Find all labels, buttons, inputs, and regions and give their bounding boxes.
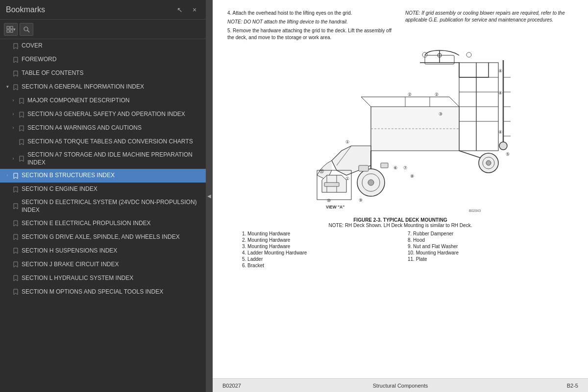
bookmark-item-section-b[interactable]: ›SECTION B STRUCTURES INDEX: [0, 169, 206, 183]
expand-icon-section-d: [4, 203, 11, 210]
svg-text:⑨: ⑨: [359, 198, 363, 203]
expand-icon-section-a: ▾: [4, 84, 11, 91]
bookmark-label-section-a3: SECTION A3 GENERAL SAFETY AND OPERATION …: [27, 111, 202, 118]
svg-rect-29: [381, 163, 388, 168]
svg-text:B02043: B02043: [469, 209, 481, 212]
bookmark-label-section-d: SECTION D ELECTRICAL SYSTEM (24VDC NON-P…: [22, 199, 202, 214]
doc-right-col: NOTE: If grid assembly or cooling blower…: [405, 10, 573, 43]
expand-all-button[interactable]: ▾: [4, 23, 18, 36]
bookmark-icon-section-a5: [18, 139, 25, 145]
bookmark-label-section-a7: SECTION A7 STORAGE AND IDLE MACHINE PREP…: [27, 151, 202, 166]
bookmark-item-section-a7[interactable]: ›SECTION A7 STORAGE AND IDLE MACHINE PRE…: [0, 149, 206, 169]
expand-icon-section-c: [4, 186, 11, 193]
expand-icon-section-g: [4, 233, 11, 240]
bookmark-label-section-b: SECTION B STRUCTURES INDEX: [22, 172, 202, 180]
bookmark-item-section-a[interactable]: ▾SECTION A GENERAL INFORMATION INDEX: [0, 80, 206, 94]
bookmark-item-section-g[interactable]: SECTION G DRIVE AXLE, SPINDLE, AND WHEEL…: [0, 230, 206, 244]
parts-list: 1. Mounting Hardware2. Mounting Hardware…: [242, 231, 559, 269]
bookmark-icon-section-j: [12, 261, 19, 268]
svg-text:②: ②: [408, 92, 412, 97]
footer-center: Structural Components: [312, 383, 490, 389]
expand-icon-section-h: [4, 247, 11, 254]
step-5: 5. Remove the hardware attaching the gri…: [227, 27, 395, 41]
bookmark-item-section-m[interactable]: SECTION M OPTIONS AND SPECIAL TOOLS INDE…: [0, 285, 206, 299]
bookmark-label-section-a5: SECTION A5 TORQUE TABLES AND CONVERSION …: [27, 138, 202, 146]
svg-rect-0: [7, 26, 9, 29]
bookmark-item-section-h[interactable]: SECTION H SUSPENSIONS INDEX: [0, 244, 206, 257]
bookmark-label-toc: TABLE OF CONTENTS: [22, 69, 202, 77]
bookmark-item-cover[interactable]: COVER: [0, 39, 206, 53]
bookmark-search-button[interactable]: [20, 23, 33, 36]
note-1: NOTE: DO NOT attach the lifting device t…: [227, 19, 395, 25]
parts-item: 4. Ladder Mounting Hardware: [242, 250, 393, 255]
svg-text:①: ①: [345, 139, 349, 144]
figure-caption: FIGURE 2-3. TYPICAL DECK MOUNTING: [227, 217, 573, 223]
svg-text:⑪: ⑪: [319, 169, 324, 174]
bookmark-item-foreword[interactable]: FOREWORD: [0, 53, 206, 67]
document-page-area: 4. Attach the overhead hoist to the lift…: [213, 0, 588, 378]
svg-point-20: [368, 180, 374, 185]
bookmark-icon-section-b: [12, 173, 19, 179]
bookmark-item-section-e[interactable]: SECTION E ELECTRICAL PROPULSION INDEX: [0, 216, 206, 230]
close-sidebar-button[interactable]: ×: [189, 4, 200, 15]
bookmark-item-section-a3[interactable]: ›SECTION A3 GENERAL SAFETY AND OPERATION…: [0, 108, 206, 121]
parts-item: 5. Ladder: [242, 256, 393, 262]
note-2: NOTE: If grid assembly or cooling blower…: [405, 10, 573, 23]
sidebar-title: Bookmarks: [6, 5, 45, 14]
bookmark-label-section-g: SECTION G DRIVE AXLE, SPINDLE, AND WHEEL…: [22, 233, 202, 241]
svg-point-32: [499, 142, 507, 150]
bookmark-label-section-e: SECTION E ELECTRICAL PROPULSION INDEX: [22, 220, 202, 228]
bookmark-item-major-component[interactable]: ›MAJOR COMPONENT DESCRIPTION: [0, 94, 206, 108]
bookmark-list: COVERFOREWORDTABLE OF CONTENTS▾SECTION A…: [0, 39, 206, 392]
bookmark-item-toc[interactable]: TABLE OF CONTENTS: [0, 67, 206, 80]
bookmark-icon-toc: [12, 70, 19, 77]
expand-icon-toc: [4, 70, 11, 77]
document-figure: ① ② ② ③ ④ ⑤ ④ ⑥ ⑦ ⑧ ⑩ ⑪ ⑨ ① ④: [227, 48, 573, 214]
sidebar-toolbar: ▾: [0, 20, 206, 39]
collapse-panel-button[interactable]: ◀: [206, 0, 213, 392]
bookmark-icon-section-a3: [18, 112, 25, 118]
bookmark-item-section-j[interactable]: SECTION J BRAKE CIRCUIT INDEX: [0, 257, 206, 271]
expand-icon-section-a5: [10, 138, 17, 145]
svg-text:④: ④: [498, 91, 502, 95]
bookmark-icon-foreword: [12, 57, 19, 63]
parts-item: 10. Mounting Hardware: [408, 250, 559, 255]
bookmark-item-section-d[interactable]: SECTION D ELECTRICAL SYSTEM (24VDC NON-P…: [0, 196, 206, 216]
expand-icon-cover: [4, 43, 11, 49]
expand-icon-section-l: [4, 275, 11, 281]
svg-point-4: [24, 27, 28, 31]
parts-item: 2. Mounting Hardware: [242, 237, 393, 243]
parts-item: 1. Mounting Hardware: [242, 231, 393, 236]
doc-left-col: 4. Attach the overhead hoist to the lift…: [227, 10, 395, 43]
bookmark-icon-section-a7: [18, 156, 25, 162]
bookmark-icon-section-a: [12, 84, 19, 91]
expand-icon-section-b: ›: [4, 172, 11, 179]
bookmark-label-section-c: SECTION C ENGINE INDEX: [22, 185, 202, 193]
svg-line-5: [27, 30, 29, 32]
expand-icon-foreword: [4, 56, 11, 63]
cursor-icon: ↖: [174, 4, 185, 15]
bookmarks-sidebar: Bookmarks ↖ × ▾ COVERFOREWORDTABLE OF CO…: [0, 0, 206, 392]
bookmark-label-section-a: SECTION A GENERAL INFORMATION INDEX: [22, 83, 202, 91]
sidebar-header: Bookmarks ↖ ×: [0, 0, 206, 20]
bookmark-item-section-a5[interactable]: SECTION A5 TORQUE TABLES AND CONVERSION …: [0, 135, 206, 149]
bookmark-label-section-m: SECTION M OPTIONS AND SPECIAL TOOLS INDE…: [22, 288, 202, 296]
svg-rect-3: [10, 30, 13, 32]
bookmark-icon-section-e: [12, 220, 19, 227]
page-footer: B02027 Structural Components B2-5: [213, 378, 588, 392]
svg-point-15: [466, 52, 471, 57]
svg-text:②: ②: [435, 92, 439, 97]
svg-text:⑩: ⑩: [327, 198, 331, 203]
view-label: VIEW "A": [326, 205, 344, 209]
expand-icon-section-a3: ›: [10, 111, 17, 118]
expand-icon-major-component: ›: [10, 97, 17, 104]
svg-rect-28: [359, 165, 368, 171]
bookmark-item-section-c[interactable]: SECTION C ENGINE INDEX: [0, 183, 206, 196]
parts-item: 3. Mounting Hardware: [242, 244, 393, 249]
svg-text:①: ①: [345, 176, 349, 181]
bookmark-item-section-a4[interactable]: ›SECTION A4 WARNINGS AND CAUTIONS: [0, 121, 206, 135]
svg-text:④: ④: [498, 69, 502, 73]
svg-rect-2: [7, 30, 9, 32]
bookmark-item-section-l[interactable]: SECTION L HYDRAULIC SYSTEM INDEX: [0, 271, 206, 285]
bookmark-label-foreword: FOREWORD: [22, 56, 202, 64]
